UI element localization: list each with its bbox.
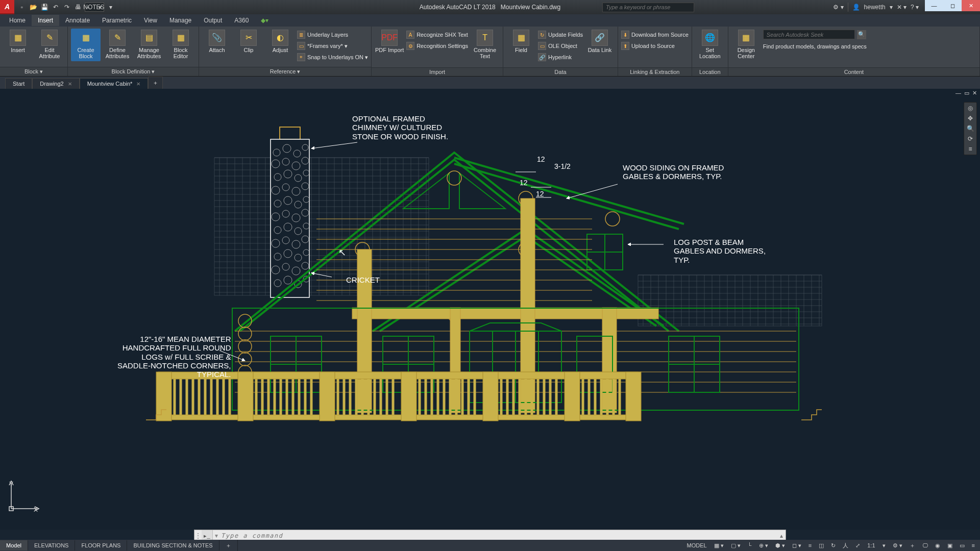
block-editor-button[interactable]: ▦Block Editor [166, 29, 195, 61]
menu-a360[interactable]: A360 [228, 15, 255, 26]
viewport-max-icon[interactable]: ▭ [964, 90, 969, 96]
panel-title-block[interactable]: Block ▾ [0, 67, 67, 76]
field-button[interactable]: ▦Field [506, 29, 536, 61]
menu-home[interactable]: Home [3, 15, 32, 26]
menu-manage[interactable]: Manage [163, 15, 198, 26]
layout-add[interactable]: ＋ [219, 540, 238, 552]
status-transparency-icon[interactable]: ◫ [817, 541, 826, 550]
infocentre-icon[interactable]: ⚙ ▾ [833, 4, 843, 11]
status-units-icon[interactable]: 🖵 [920, 541, 930, 549]
define-attributes-button[interactable]: ✎Define Attributes [103, 29, 132, 61]
close-button[interactable]: ✕ [962, 0, 980, 11]
clip-button[interactable]: ✂Clip [234, 29, 263, 61]
menu-output[interactable]: Output [198, 15, 228, 26]
minimize-button[interactable]: — [925, 0, 943, 11]
cmd-handle-icon[interactable]: ⋮ [194, 532, 202, 539]
qat-redo-icon[interactable]: ↷ [62, 3, 71, 12]
seek-search-input[interactable] [763, 30, 855, 39]
snap-underlays-dropdown[interactable]: ⌖Snap to Underlays ON ▾ [297, 52, 368, 62]
find-products-link[interactable]: Find product models, drawings and specs [763, 41, 867, 52]
status-annoscale-icon[interactable]: ⤢ [853, 541, 862, 550]
data-link-button[interactable]: 🔗Data Link [585, 29, 615, 61]
viewport-min-icon[interactable]: — [955, 90, 961, 96]
qat-new-icon[interactable]: ▫ [17, 3, 27, 12]
underlay-layers-button[interactable]: ≣Underlay Layers [297, 30, 368, 40]
design-center-button[interactable]: ▦Design Center [731, 29, 761, 61]
status-osnap-icon[interactable]: ◻ ▾ [790, 541, 803, 550]
close-icon[interactable]: ✕ [68, 81, 72, 87]
status-isolate-icon[interactable]: ▣ [945, 541, 954, 550]
signin-icon[interactable]: 👤 [852, 4, 860, 11]
menu-featured-icon[interactable]: ◆▾ [255, 15, 275, 26]
status-polar-icon[interactable]: ⊕ ▾ [757, 541, 770, 550]
status-monitor-icon[interactable]: ＋ [908, 541, 917, 550]
insert-block-button[interactable]: ▦Insert [3, 29, 33, 61]
nav-more-icon[interactable]: ≡ [968, 145, 972, 153]
layer-dropdown[interactable]: ▫ NOTES ▾ [85, 3, 104, 12]
layout-elevations[interactable]: ELEVATIONS [28, 540, 75, 550]
help-icon[interactable]: ? ▾ [911, 4, 919, 11]
qat-undo-icon[interactable]: ↶ [51, 3, 60, 12]
status-scale-menu-icon[interactable]: ▾ [880, 541, 888, 550]
maximize-button[interactable]: ◻ [943, 0, 962, 11]
update-fields-button[interactable]: ↻Update Fields [538, 30, 583, 40]
combine-text-button[interactable]: TCombine Text [470, 29, 500, 61]
help-search-input[interactable] [602, 3, 694, 12]
exchange-icon[interactable]: ✕ ▾ [897, 4, 906, 11]
layout-sections[interactable]: BUILDING SECTION & NOTES [127, 540, 219, 550]
qat-save-icon[interactable]: 💾 [40, 3, 49, 12]
viewport-close-icon[interactable]: ✕ [972, 90, 977, 96]
recognize-shx-button[interactable]: ARecognize SHX Text [406, 30, 468, 40]
status-cycling-icon[interactable]: ↻ [829, 541, 838, 550]
frames-dropdown[interactable]: ▭*Frames vary* ▾ [297, 41, 368, 51]
status-custom-icon[interactable]: ≡ [970, 541, 977, 549]
status-hw-icon[interactable]: ◉ [933, 541, 942, 550]
cmd-history-icon[interactable]: ▴ [777, 532, 786, 539]
seek-go-icon[interactable]: 🔍 [857, 30, 866, 39]
layout-floorplans[interactable]: FLOOR PLANS [75, 540, 127, 550]
close-icon[interactable]: ✕ [136, 81, 140, 87]
doctab-start[interactable]: Start [5, 78, 32, 89]
qat-more-icon[interactable]: ▾ [106, 3, 115, 12]
nav-wheel-icon[interactable]: ◎ [968, 105, 973, 112]
status-lineweight-icon[interactable]: ≡ [806, 541, 814, 549]
quick-access-toolbar[interactable]: ▫ 📂 💾 ↶ ↷ 🖶 ▫ NOTES ▾ ▾ [14, 3, 118, 12]
download-source-button[interactable]: ⬇Download from Source [621, 30, 689, 40]
status-ortho-icon[interactable]: └ [746, 541, 754, 549]
doctab-drawing2[interactable]: Drawing2✕ [32, 78, 79, 89]
create-block-button[interactable]: ▦Create Block [71, 29, 101, 61]
app-icon[interactable]: A [0, 0, 14, 14]
status-anno-icon[interactable]: 人 [841, 541, 850, 550]
command-input[interactable] [218, 532, 777, 539]
set-location-button[interactable]: 🌐Set Location [695, 29, 725, 61]
panel-title-blockdef[interactable]: Block Definition ▾ [68, 67, 199, 76]
user-dropdown-icon[interactable]: ▾ [890, 4, 893, 11]
status-model[interactable]: MODEL [685, 541, 709, 549]
panel-title-reference[interactable]: Reference ▾ [199, 67, 371, 76]
recognition-settings-button[interactable]: ⚙Recognition Settings [406, 41, 468, 51]
menu-annotate[interactable]: Annotate [59, 15, 96, 26]
adjust-button[interactable]: ◐Adjust [265, 29, 295, 61]
ole-object-button[interactable]: ▭OLE Object [538, 41, 583, 51]
status-snap-icon[interactable]: ▢ ▾ [729, 541, 743, 550]
doctab-cabin[interactable]: Mountview Cabin*✕ [80, 78, 149, 89]
user-name[interactable]: hewetth [864, 4, 886, 11]
status-ws-icon[interactable]: ⚙ ▾ [891, 541, 904, 550]
manage-attributes-button[interactable]: ▤Manage Attributes [134, 29, 164, 61]
qat-open-icon[interactable]: 📂 [29, 3, 38, 12]
menu-view[interactable]: View [138, 15, 163, 26]
drawing-canvas[interactable]: — ▭ ✕ [0, 89, 980, 530]
status-iso-icon[interactable]: ⬢ ▾ [773, 541, 787, 550]
layout-model[interactable]: Model [0, 540, 28, 550]
qat-print-icon[interactable]: 🖶 [74, 3, 83, 12]
pdf-import-button[interactable]: PDFPDF Import [375, 29, 404, 61]
menu-parametric[interactable]: Parametric [96, 15, 138, 26]
status-clean-icon[interactable]: ▭ [958, 541, 967, 550]
menu-insert[interactable]: Insert [32, 15, 59, 26]
hyperlink-button[interactable]: 🔗Hyperlink [538, 52, 583, 62]
nav-orbit-icon[interactable]: ⟳ [968, 135, 973, 142]
status-grid-icon[interactable]: ▦ ▾ [712, 541, 726, 550]
nav-zoom-icon[interactable]: 🔍 [967, 125, 974, 132]
edit-attribute-button[interactable]: ✎Edit Attribute [35, 29, 64, 61]
attach-button[interactable]: 📎Attach [202, 29, 232, 61]
